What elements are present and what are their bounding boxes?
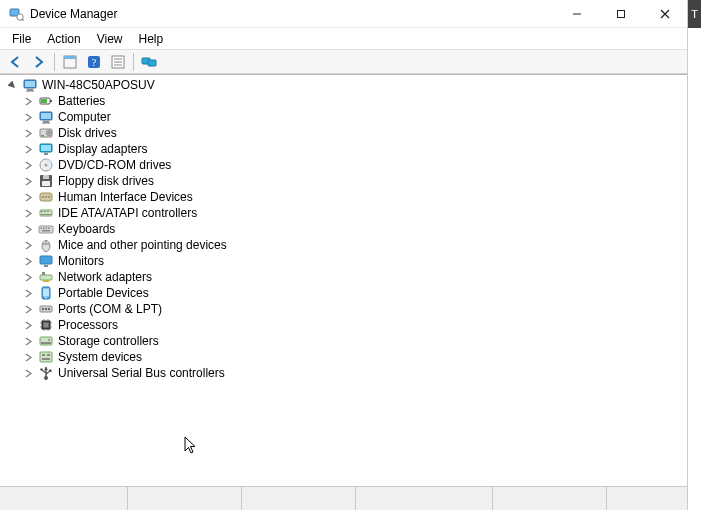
- menu-action[interactable]: Action: [39, 30, 88, 48]
- toolbar-forward-button[interactable]: [28, 52, 50, 72]
- tree-category-node[interactable]: Mice and other pointing devices: [0, 237, 687, 253]
- expand-icon[interactable]: [22, 287, 34, 299]
- toolbar-help-button[interactable]: [83, 52, 105, 72]
- tree-category-node[interactable]: Processors: [0, 317, 687, 333]
- disk-icon: [38, 125, 54, 141]
- portable-icon: [38, 285, 54, 301]
- system-icon: [38, 349, 54, 365]
- close-button[interactable]: [643, 0, 687, 28]
- computer-icon: [38, 109, 54, 125]
- tree-category-label: Display adapters: [58, 142, 147, 156]
- floppy-icon: [38, 173, 54, 189]
- expand-icon[interactable]: [22, 335, 34, 347]
- expand-icon[interactable]: [22, 351, 34, 363]
- collapse-icon[interactable]: [6, 79, 18, 91]
- tree-category-label: Keyboards: [58, 222, 115, 236]
- expand-icon[interactable]: [22, 303, 34, 315]
- tree-category-label: Network adapters: [58, 270, 152, 284]
- tree-category-node[interactable]: Storage controllers: [0, 333, 687, 349]
- maximize-icon: [616, 9, 626, 19]
- port-icon: [38, 301, 54, 317]
- expand-icon[interactable]: [22, 191, 34, 203]
- taskbar-strip: [0, 486, 687, 510]
- toolbar-properties-button[interactable]: [107, 52, 129, 72]
- tree-category-node[interactable]: Universal Serial Bus controllers: [0, 365, 687, 381]
- window-controls: [555, 0, 687, 28]
- properties-icon: [110, 54, 126, 70]
- tree-category-label: DVD/CD-ROM drives: [58, 158, 171, 172]
- tree-category-node[interactable]: IDE ATA/ATAPI controllers: [0, 205, 687, 221]
- keyboard-icon: [38, 221, 54, 237]
- tree-category-label: Portable Devices: [58, 286, 149, 300]
- tree-category-node[interactable]: Display adapters: [0, 141, 687, 157]
- toolbar-back-button[interactable]: [4, 52, 26, 72]
- toolbar-scan-button[interactable]: [138, 52, 160, 72]
- maximize-button[interactable]: [599, 0, 643, 28]
- expand-icon[interactable]: [22, 239, 34, 251]
- tree-category-label: IDE ATA/ATAPI controllers: [58, 206, 197, 220]
- tree-category-label: Floppy disk drives: [58, 174, 154, 188]
- display-icon: [38, 141, 54, 157]
- tree-category-node[interactable]: Portable Devices: [0, 285, 687, 301]
- app-icon: [8, 6, 24, 22]
- tree-category-node[interactable]: Disk drives: [0, 125, 687, 141]
- battery-icon: [38, 93, 54, 109]
- tree-category-node[interactable]: Floppy disk drives: [0, 173, 687, 189]
- expand-icon[interactable]: [22, 367, 34, 379]
- menu-help[interactable]: Help: [131, 30, 172, 48]
- mouse-icon: [38, 237, 54, 253]
- expand-icon[interactable]: [22, 271, 34, 283]
- tree-category-node[interactable]: DVD/CD-ROM drives: [0, 157, 687, 173]
- tree-category-label: Batteries: [58, 94, 105, 108]
- ide-icon: [38, 205, 54, 221]
- tree-category-node[interactable]: Ports (COM & LPT): [0, 301, 687, 317]
- close-icon: [660, 9, 670, 19]
- expand-icon[interactable]: [22, 223, 34, 235]
- tree-category-node[interactable]: Computer: [0, 109, 687, 125]
- tree-category-label: Storage controllers: [58, 334, 159, 348]
- toolbar-showhide-button[interactable]: [59, 52, 81, 72]
- tree-category-node[interactable]: Human Interface Devices: [0, 189, 687, 205]
- tree-root-node[interactable]: WIN-48C50APOSUV: [0, 77, 687, 93]
- tree-category-label: Disk drives: [58, 126, 117, 140]
- tree-category-label: Monitors: [58, 254, 104, 268]
- expand-icon[interactable]: [22, 95, 34, 107]
- expand-icon[interactable]: [22, 127, 34, 139]
- minimize-button[interactable]: [555, 0, 599, 28]
- expand-icon[interactable]: [22, 143, 34, 155]
- network-icon: [38, 269, 54, 285]
- tree-category-label: Mice and other pointing devices: [58, 238, 227, 252]
- tree-category-node[interactable]: Batteries: [0, 93, 687, 109]
- titlebar: Device Manager: [0, 0, 687, 28]
- tree-category-node[interactable]: Network adapters: [0, 269, 687, 285]
- tree-category-label: System devices: [58, 350, 142, 364]
- tree-category-node[interactable]: Monitors: [0, 253, 687, 269]
- tree-root-label: WIN-48C50APOSUV: [42, 78, 155, 92]
- tree-category-node[interactable]: Keyboards: [0, 221, 687, 237]
- menu-view[interactable]: View: [89, 30, 131, 48]
- usb-icon: [38, 365, 54, 381]
- expand-icon[interactable]: [22, 159, 34, 171]
- device-tree-pane[interactable]: WIN-48C50APOSUV BatteriesComputerDisk dr…: [0, 74, 687, 486]
- monitors-icon: [141, 54, 157, 70]
- minimize-icon: [572, 9, 582, 19]
- optical-icon: [38, 157, 54, 173]
- toolbar-separator: [133, 53, 134, 71]
- cpu-icon: [38, 317, 54, 333]
- expand-icon[interactable]: [22, 319, 34, 331]
- expand-icon[interactable]: [22, 255, 34, 267]
- expand-icon[interactable]: [22, 207, 34, 219]
- tree-category-label: Universal Serial Bus controllers: [58, 366, 225, 380]
- monitor-icon: [38, 253, 54, 269]
- expand-icon[interactable]: [22, 175, 34, 187]
- window-title: Device Manager: [30, 7, 555, 21]
- tree-category-label: Human Interface Devices: [58, 190, 193, 204]
- tree-category-label: Computer: [58, 110, 111, 124]
- tree-category-label: Ports (COM & LPT): [58, 302, 162, 316]
- tree-category-node[interactable]: System devices: [0, 349, 687, 365]
- adjacent-window-edge: T: [688, 0, 701, 28]
- arrow-left-icon: [7, 54, 23, 70]
- expand-icon[interactable]: [22, 111, 34, 123]
- menu-file[interactable]: File: [4, 30, 39, 48]
- hid-icon: [38, 189, 54, 205]
